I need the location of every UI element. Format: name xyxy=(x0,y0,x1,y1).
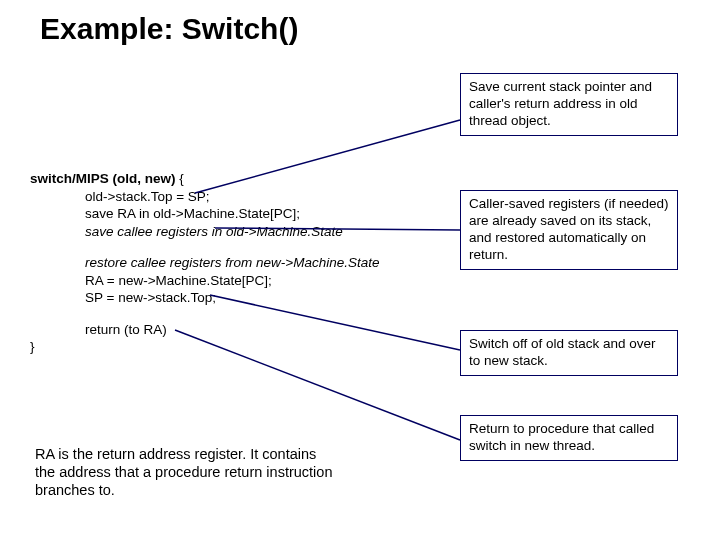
text: thread xyxy=(549,438,591,453)
text-bold: return address xyxy=(97,446,191,462)
code-line: SP = new->stack.Top; xyxy=(30,289,380,307)
note-save-stack: Save current stack pointer and caller's … xyxy=(460,73,678,136)
text-bold: new xyxy=(525,438,550,453)
note-switch-stack: Switch off of old stack and over to new … xyxy=(460,330,678,376)
text: Switch off of xyxy=(469,336,546,351)
code-text: { xyxy=(176,171,184,186)
text-bold: new xyxy=(484,353,509,368)
code-line: save RA in old->Machine.State[PC]; xyxy=(30,205,380,223)
blank-line xyxy=(30,240,380,254)
text-bold: . xyxy=(591,438,595,453)
code-text: save callee registers in old->Machine.St… xyxy=(85,224,343,239)
code-text: switch/MIPS (old, new) xyxy=(30,171,176,186)
code-line: restore callee registers from new->Machi… xyxy=(30,254,380,272)
blank-line xyxy=(30,307,380,321)
note-caller-saved: Caller-saved registers (if needed) are a… xyxy=(460,190,678,270)
code-line: old->stack.Top = SP; xyxy=(30,188,380,206)
code-line: return (to RA) xyxy=(30,321,380,339)
slide-title: Example: Switch() xyxy=(40,12,298,46)
text: Caller-saved registers (if needed) are a… xyxy=(469,196,669,262)
text-bold: return xyxy=(224,464,262,480)
code-text: restore callee registers from new->Machi… xyxy=(85,255,380,270)
text-bold: old xyxy=(546,336,564,351)
text-bold: old xyxy=(619,96,637,111)
text: RA is the xyxy=(35,446,97,462)
code-line: RA = new->Machine.State[PC]; xyxy=(30,272,380,290)
ra-footnote: RA is the return address register. It co… xyxy=(35,445,335,499)
code-line: } xyxy=(30,338,380,356)
code-block: switch/MIPS (old, new) { old->stack.Top … xyxy=(30,170,380,356)
code-line: save callee registers in old->Machine.St… xyxy=(30,223,380,241)
text: thread object. xyxy=(469,113,551,128)
text: stack. xyxy=(509,353,548,368)
code-line: switch/MIPS (old, new) { xyxy=(30,170,380,188)
note-return: Return to procedure that called switch i… xyxy=(460,415,678,461)
